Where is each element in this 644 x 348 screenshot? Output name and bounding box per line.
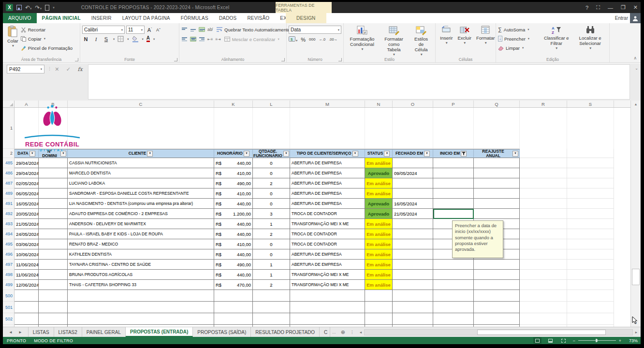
cell[interactable]	[520, 229, 567, 239]
restore-icon[interactable]: ❐	[621, 4, 626, 11]
cell[interactable]	[393, 229, 433, 239]
sheet-tab-painel-geral[interactable]: PAINEL GERAL	[82, 327, 126, 337]
cell[interactable]: PAULA - ISRAEL BABY E KIDS - LOJA DE ROU…	[68, 229, 214, 239]
cell[interactable]	[365, 290, 393, 302]
cell[interactable]	[39, 249, 68, 260]
cell[interactable]: 12/06/2024	[15, 280, 39, 290]
cell[interactable]	[290, 302, 365, 313]
cell[interactable]	[567, 249, 614, 260]
cell[interactable]: R$490,00	[214, 260, 253, 270]
cell[interactable]: R$440,00	[214, 199, 253, 209]
page-layout-view-icon[interactable]	[546, 337, 555, 344]
ribbon-display-icon[interactable]: ⛶	[596, 4, 600, 11]
status-badge[interactable]: Em análise	[365, 178, 393, 188]
accounting-format-icon[interactable]: $▾	[289, 36, 297, 43]
table-header-cell[interactable]: FECHADO EM▼	[393, 149, 433, 158]
sign-in-link[interactable]: Entrar	[615, 13, 628, 23]
cell[interactable]	[520, 158, 567, 168]
cell[interactable]: R$470,00	[214, 280, 253, 290]
italic-button[interactable]: I	[92, 36, 100, 42]
cell[interactable]: ABERTURA DE EMPRESA	[290, 199, 365, 209]
horizontal-scrollbar-thumb[interactable]	[477, 330, 606, 335]
cell[interactable]	[520, 199, 567, 209]
row-header[interactable]: 501	[3, 302, 15, 313]
cell[interactable]	[433, 199, 474, 209]
scroll-right-icon[interactable]: ►	[633, 329, 640, 335]
minimize-icon[interactable]: —	[608, 5, 613, 11]
select-all-corner[interactable]	[3, 101, 15, 107]
cell[interactable]: R$410,00	[214, 239, 253, 249]
cell[interactable]	[393, 178, 433, 188]
increase-decimal-icon[interactable]: ←.0	[319, 37, 325, 42]
cell[interactable]	[567, 178, 614, 188]
zoom-in-icon[interactable]: +	[619, 338, 621, 343]
cell[interactable]: ABERTURA DE EMPRESA	[290, 260, 365, 270]
cell[interactable]	[474, 158, 520, 168]
cell[interactable]	[433, 178, 474, 188]
cell[interactable]: CASSIA NUTRICIONISTA	[68, 158, 214, 168]
cell[interactable]	[393, 270, 433, 280]
cell[interactable]: 0	[253, 158, 290, 168]
collapse-ribbon-icon[interactable]: ∧	[633, 56, 637, 60]
tab-insert[interactable]: INSERIR	[86, 13, 117, 23]
cell[interactable]	[474, 168, 520, 178]
filter-dropdown-icon[interactable]: ▼	[384, 151, 390, 157]
cell[interactable]	[39, 178, 68, 188]
grow-font-icon[interactable]: Aˆ	[146, 27, 153, 33]
cell[interactable]	[474, 178, 520, 188]
copy-button[interactable]: Copiar▾	[21, 35, 73, 43]
cell[interactable]: R$490,00	[214, 178, 253, 188]
filter-dropdown-icon[interactable]: ▼	[512, 151, 518, 157]
cell[interactable]	[39, 209, 68, 219]
cell[interactable]	[393, 219, 433, 229]
cell[interactable]	[474, 209, 520, 219]
alignment-dialog-launcher[interactable]	[281, 58, 285, 61]
cell[interactable]	[567, 149, 614, 158]
cell[interactable]	[474, 199, 520, 209]
cell[interactable]: 06/05/2024	[15, 188, 39, 199]
sheet-tab-listas2[interactable]: LISTAS2	[54, 327, 82, 337]
cell[interactable]	[520, 168, 567, 178]
row-header[interactable]: 493	[3, 219, 15, 229]
cancel-icon[interactable]: ✕	[55, 66, 59, 72]
fill-button[interactable]: ↓Preencher▾	[498, 35, 540, 43]
cell[interactable]: 24/05/2024	[15, 229, 39, 239]
cell[interactable]	[567, 209, 614, 219]
cell[interactable]	[474, 313, 520, 325]
tab-file[interactable]: ARQUIVO	[3, 13, 37, 23]
cell[interactable]: RENATO BRAZ - MEDICO	[68, 239, 214, 249]
cell[interactable]: 0	[253, 239, 290, 249]
horizontal-scrollbar[interactable]: ◄ ►	[357, 329, 640, 335]
number-format-select[interactable]: Data▾	[289, 26, 341, 34]
new-document-icon[interactable]	[45, 5, 49, 11]
cell[interactable]	[39, 219, 68, 229]
cell[interactable]: 3	[253, 209, 290, 219]
status-badge[interactable]: Em análise	[365, 280, 393, 290]
zoom-out-icon[interactable]: −	[572, 338, 575, 343]
clipboard-dialog-launcher[interactable]	[75, 58, 78, 61]
tab-data[interactable]: DADOS	[214, 13, 242, 23]
cell[interactable]	[567, 108, 614, 149]
row-header[interactable]: 492	[3, 209, 15, 219]
cell[interactable]: LIA NASCIMENTO - DENTISTA (comprou uma e…	[68, 199, 214, 209]
decrease-indent-icon[interactable]: ⇤≡	[207, 37, 213, 42]
formula-input[interactable]	[88, 64, 630, 100]
row-header[interactable]: 485	[3, 158, 15, 168]
cell[interactable]: ABERTURA DE EMPRESA	[290, 249, 365, 260]
cell[interactable]: 21/05/2024	[15, 219, 39, 229]
cell[interactable]	[253, 302, 290, 313]
cell[interactable]	[39, 260, 68, 270]
cell[interactable]	[520, 290, 567, 302]
cell[interactable]	[520, 219, 567, 229]
align-top-icon[interactable]	[181, 27, 188, 32]
number-dialog-launcher[interactable]	[338, 58, 342, 61]
cell[interactable]	[393, 280, 433, 290]
cell[interactable]: ABERTURA DE EMPRESA	[290, 178, 365, 188]
status-badge[interactable]: Aprovado	[365, 168, 393, 178]
user-avatar-icon[interactable]	[630, 13, 641, 23]
format-cells-button[interactable]: Formatar▼	[474, 25, 498, 45]
cell[interactable]	[433, 270, 474, 280]
sheet-tab-listas[interactable]: LISTAS	[28, 327, 54, 337]
cell[interactable]: R$410,00	[214, 168, 253, 178]
cell[interactable]	[15, 302, 39, 313]
